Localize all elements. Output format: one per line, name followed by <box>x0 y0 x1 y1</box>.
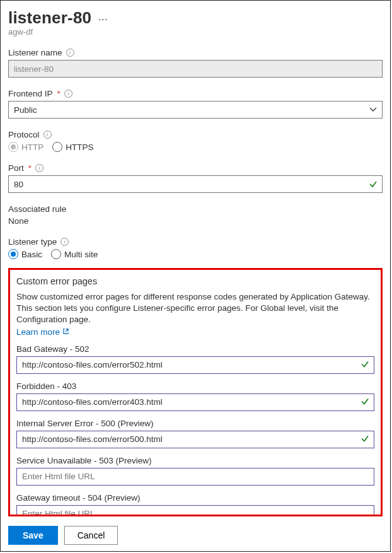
listener-type-multi-radio[interactable]: Multi site <box>51 249 98 259</box>
radio-icon <box>8 142 18 152</box>
port-input[interactable] <box>8 175 383 193</box>
cancel-button[interactable]: Cancel <box>64 526 118 545</box>
valid-check-icon <box>360 397 369 407</box>
error-504-input[interactable] <box>16 505 374 515</box>
listener-name-input <box>8 60 383 78</box>
valid-check-icon <box>360 434 369 445</box>
info-icon[interactable]: i <box>66 49 74 57</box>
protocol-https-label: HTTPS <box>66 143 93 152</box>
frontend-ip-select[interactable] <box>8 101 383 119</box>
more-actions-icon[interactable]: … <box>98 11 108 23</box>
error-502-label: Bad Gateway - 502 <box>16 344 374 354</box>
protocol-http-label: HTTP <box>21 143 43 152</box>
custom-error-title: Custom error pages <box>16 276 374 286</box>
learn-more-label: Learn more <box>16 327 60 337</box>
valid-check-icon <box>360 359 369 370</box>
error-503-label: Service Unavailable - 503 (Preview) <box>16 456 374 465</box>
listener-type-basic-radio[interactable]: Basic <box>8 249 42 259</box>
port-label: Port <box>8 163 24 173</box>
radio-icon <box>8 249 18 259</box>
external-link-icon <box>62 327 69 337</box>
info-icon[interactable]: i <box>35 164 43 172</box>
error-403-label: Forbidden - 403 <box>16 381 374 391</box>
associated-rule-value: None <box>8 216 383 226</box>
valid-check-icon <box>369 180 378 189</box>
error-500-input[interactable] <box>16 431 374 448</box>
save-button[interactable]: Save <box>8 526 58 545</box>
listener-type-label: Listener type <box>8 237 57 247</box>
required-marker: * <box>28 163 32 173</box>
radio-icon <box>51 249 61 259</box>
error-503-input[interactable] <box>16 468 374 486</box>
protocol-https-radio[interactable]: HTTPS <box>52 142 93 152</box>
listener-type-multi-label: Multi site <box>64 250 98 259</box>
learn-more-link[interactable]: Learn more <box>16 327 69 337</box>
protocol-http-radio[interactable]: HTTP <box>8 142 43 152</box>
listener-type-basic-label: Basic <box>21 250 42 259</box>
error-504-label: Gateway timeout - 504 (Preview) <box>16 493 374 503</box>
page-title: listener-80 <box>8 8 91 28</box>
custom-error-description: Show customized error pages for differen… <box>16 291 374 326</box>
custom-error-section: Custom error pages Show customized error… <box>8 268 383 516</box>
info-icon[interactable]: i <box>61 238 69 246</box>
error-500-label: Internal Server Error - 500 (Preview) <box>16 419 374 428</box>
error-502-input[interactable] <box>16 356 374 374</box>
required-marker: * <box>57 89 61 98</box>
radio-icon <box>52 142 62 152</box>
info-icon[interactable]: i <box>64 90 72 98</box>
associated-rule-label: Associated rule <box>8 204 66 214</box>
footer-bar: Save Cancel <box>1 520 390 551</box>
listener-name-label: Listener name <box>8 48 62 57</box>
protocol-label: Protocol <box>8 130 40 139</box>
resource-subtitle: agw-df <box>8 27 383 37</box>
error-403-input[interactable] <box>16 393 374 411</box>
frontend-ip-label: Frontend IP <box>8 89 53 98</box>
info-icon[interactable]: i <box>43 131 52 139</box>
